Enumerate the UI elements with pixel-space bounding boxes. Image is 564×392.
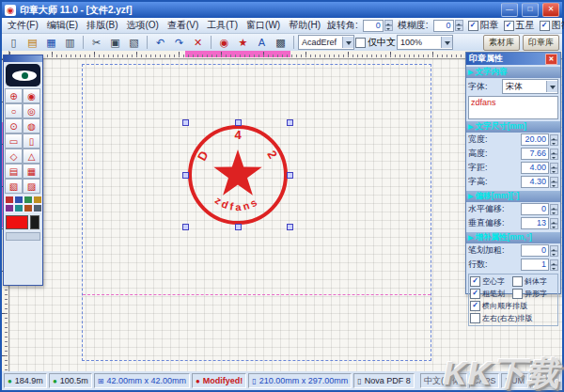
mini-tool[interactable]: [14, 204, 24, 212]
paste-icon[interactable]: ▧: [125, 34, 143, 51]
spacing-stepper[interactable]: 4.00: [521, 162, 558, 174]
text-tool-icon[interactable]: A: [253, 34, 271, 51]
spacing-value[interactable]: 4.00: [521, 162, 549, 174]
shape-tool-5[interactable]: ⊙: [5, 118, 23, 133]
shape-tool-13[interactable]: ▧: [5, 179, 23, 194]
h-offset-value[interactable]: 0: [521, 203, 549, 215]
selection-handle[interactable]: [182, 119, 189, 126]
only-chinese-checkbox[interactable]: 仅中文: [355, 36, 396, 49]
shape-tool-11[interactable]: ▤: [5, 164, 23, 179]
checkbox-icon[interactable]: [470, 301, 480, 311]
blur-value[interactable]: 0: [433, 20, 454, 32]
stepper-arrows-icon[interactable]: [384, 20, 393, 31]
selection-handle[interactable]: [287, 119, 293, 126]
horizontal-order-checkbox[interactable]: 横向顺序排版: [470, 301, 556, 311]
shape-tool-9[interactable]: ◇: [5, 149, 23, 164]
mini-tool[interactable]: [33, 196, 42, 204]
stepper-arrows-icon[interactable]: [550, 218, 558, 229]
menu-options[interactable]: 选项(O): [124, 19, 160, 32]
mini-tool[interactable]: [5, 196, 14, 204]
v-offset-stepper[interactable]: 13: [521, 217, 558, 229]
secondary-color-swatch[interactable]: [30, 215, 39, 229]
seal-text-input[interactable]: zdfans: [468, 96, 558, 119]
shape-tool-14[interactable]: ▨: [23, 179, 40, 194]
rotate-angle-value[interactable]: 0: [363, 20, 384, 32]
special-shape-checkbox[interactable]: 异形字: [512, 289, 555, 299]
selection-handle[interactable]: [235, 119, 242, 126]
width-stepper[interactable]: 20.00: [521, 133, 558, 146]
menu-help[interactable]: 帮助(H): [287, 19, 322, 32]
stepper-arrows-icon[interactable]: [550, 149, 558, 160]
stepper-arrows-icon[interactable]: [550, 163, 558, 174]
stepper-arrows-icon[interactable]: [550, 259, 558, 271]
copy-icon[interactable]: ▣: [106, 34, 124, 51]
shape-tool-2[interactable]: ◉: [23, 88, 40, 103]
lr-rl-layout-checkbox[interactable]: 左右(右左)排版: [470, 313, 556, 323]
checkbox-icon[interactable]: [470, 276, 480, 287]
checkbox-icon[interactable]: [504, 21, 514, 31]
maximize-button[interactable]: □: [522, 3, 539, 17]
delete-icon[interactable]: ✕: [189, 34, 207, 51]
shape-tool-12[interactable]: ▦: [23, 164, 40, 179]
mini-tool[interactable]: [24, 196, 33, 204]
seal-object[interactable]: D 4 2 zdfans: [185, 122, 290, 227]
menu-view[interactable]: 查看(V): [165, 19, 200, 32]
star-tool-icon[interactable]: ★: [234, 34, 252, 51]
five-star-checkbox[interactable]: 五星: [504, 19, 535, 32]
seal-tool-icon[interactable]: ◉: [215, 34, 233, 51]
width-value[interactable]: 20.00: [521, 133, 549, 146]
stroke-bold-stepper[interactable]: 0: [521, 244, 558, 257]
chevron-down-icon[interactable]: [546, 81, 557, 92]
stepper-arrows-icon[interactable]: [550, 204, 558, 215]
symbol-checkbox[interactable]: 图符: [540, 19, 564, 32]
font-select-value[interactable]: 宋体: [506, 81, 543, 93]
shape-tool-8[interactable]: ▯: [23, 133, 40, 149]
selection-handle[interactable]: [182, 172, 189, 179]
new-icon[interactable]: ▯: [5, 34, 23, 51]
panel-close-icon[interactable]: ✕: [545, 54, 557, 65]
redo-icon[interactable]: ↷: [170, 34, 188, 51]
seal-library-button[interactable]: 印章库: [523, 35, 559, 51]
stepper-arrows-icon[interactable]: [550, 177, 558, 188]
close-button[interactable]: ✕: [542, 3, 559, 17]
selection-handle[interactable]: [287, 172, 293, 179]
shape-tool-6[interactable]: ◍: [23, 118, 40, 133]
rotate-angle-stepper[interactable]: 0: [363, 20, 393, 32]
menu-file[interactable]: 文件(F): [6, 19, 40, 32]
line-count-value[interactable]: 1: [521, 259, 549, 271]
char-height-value[interactable]: 4.30: [521, 176, 549, 188]
mini-tool[interactable]: [14, 196, 24, 204]
print-icon[interactable]: ▥: [61, 34, 79, 51]
char-height-stepper[interactable]: 4.30: [521, 176, 558, 188]
shape-tool-7[interactable]: ▭: [5, 133, 23, 149]
selection-handle[interactable]: [235, 224, 242, 230]
italic-char-checkbox[interactable]: 斜体字: [512, 276, 555, 287]
shape-tool-1[interactable]: ⊕: [5, 88, 23, 103]
height-value[interactable]: 7.66: [521, 148, 549, 160]
grid-tool-icon[interactable]: ▩: [272, 34, 290, 51]
chevron-down-icon[interactable]: [441, 37, 452, 48]
menu-layout[interactable]: 排版(B): [85, 19, 119, 32]
mini-tool[interactable]: [5, 204, 14, 212]
chevron-down-icon[interactable]: [342, 37, 353, 48]
font-combo-value[interactable]: AcadEref: [302, 38, 339, 47]
blur-stepper[interactable]: 0: [433, 20, 463, 32]
stepper-arrows-icon[interactable]: [455, 20, 463, 31]
checkbox-icon[interactable]: [512, 289, 523, 299]
mini-tool[interactable]: [24, 204, 33, 212]
stepper-arrows-icon[interactable]: [550, 245, 558, 257]
h-offset-stepper[interactable]: 0: [521, 203, 558, 215]
font-select[interactable]: 宋体: [502, 79, 558, 94]
open-icon[interactable]: ▤: [24, 34, 41, 51]
menu-window[interactable]: 窗口(W): [244, 19, 282, 32]
v-offset-value[interactable]: 13: [521, 217, 549, 229]
cut-icon[interactable]: ✂: [87, 34, 105, 51]
yang-seal-checkbox[interactable]: 阳章: [468, 19, 499, 32]
checkbox-icon[interactable]: [540, 21, 550, 31]
checkbox-icon[interactable]: [512, 276, 523, 287]
zoom-combo[interactable]: 100%: [397, 35, 453, 50]
undo-icon[interactable]: ↶: [151, 34, 169, 51]
checkbox-icon[interactable]: [470, 313, 480, 323]
zoom-value[interactable]: 100%: [400, 38, 438, 47]
shape-tool-4[interactable]: ◎: [23, 103, 40, 118]
